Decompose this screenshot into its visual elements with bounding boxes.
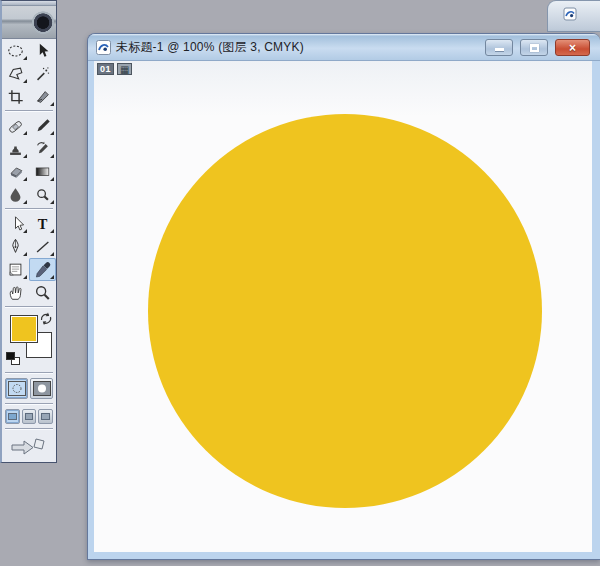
gradient-tool[interactable]: [29, 160, 56, 183]
photoshop-document-icon: [96, 40, 111, 55]
background-window-fragment[interactable]: [547, 0, 600, 32]
flyout-arrow-icon: [23, 275, 27, 279]
slice-tool[interactable]: [29, 85, 56, 108]
type-tool[interactable]: T: [29, 212, 56, 235]
jump-to-imageready-button[interactable]: [6, 435, 52, 457]
flyout-arrow-icon: [50, 102, 54, 106]
toolbox-palette: T: [0, 0, 57, 463]
dodge-tool[interactable]: [29, 183, 56, 206]
divider: [5, 428, 53, 430]
document-window: 未标题-1 @ 100% (图层 3, CMYK) × 01 ▦: [87, 33, 600, 560]
svg-text:T: T: [38, 215, 48, 231]
close-button[interactable]: ×: [555, 39, 590, 56]
screen-thumbnail-icon: [8, 413, 17, 420]
imageready-icon: [9, 436, 49, 456]
move-icon: [33, 42, 52, 60]
move-tool[interactable]: [29, 39, 56, 62]
minimize-icon: [495, 48, 504, 51]
flyout-arrow-icon: [50, 131, 54, 135]
mask-mode-row: [2, 376, 56, 401]
history-brush-tool[interactable]: [29, 137, 56, 160]
fullscreen-mode-button[interactable]: [38, 409, 53, 424]
flyout-arrow-icon: [23, 131, 27, 135]
photoshop-splash-art: [2, 6, 56, 39]
quick-mask-mode-button[interactable]: [30, 378, 53, 399]
eyedropper-tool[interactable]: [29, 258, 56, 281]
hand-icon: [6, 284, 25, 302]
screen-mode-row: [2, 407, 56, 426]
photoshop-document-icon: [563, 7, 577, 21]
healing-brush-tool[interactable]: [2, 114, 29, 137]
flyout-arrow-icon: [50, 229, 54, 233]
flyout-arrow-icon: [23, 79, 27, 83]
tool-group: [2, 39, 56, 108]
step-badge: 01: [97, 63, 114, 75]
maximize-icon: [530, 44, 539, 52]
document-titlebar[interactable]: 未标题-1 @ 100% (图层 3, CMYK) ×: [88, 34, 600, 61]
canvas[interactable]: 01 ▦: [94, 61, 592, 552]
divider: [5, 306, 53, 308]
default-colors-icon[interactable]: [5, 352, 21, 366]
document-title: 未标题-1 @ 100% (图层 3, CMYK): [116, 39, 304, 56]
minimize-button[interactable]: [485, 39, 513, 56]
default-foreground-swatch: [6, 352, 15, 360]
flyout-arrow-icon: [50, 177, 54, 181]
tool-group: T: [2, 212, 56, 304]
flyout-arrow-icon: [23, 154, 27, 158]
wand-icon: [33, 65, 52, 83]
swap-colors-icon[interactable]: [39, 312, 53, 326]
grid-badge-icon: ▦: [117, 63, 132, 75]
notes-tool[interactable]: [2, 258, 29, 281]
elliptical-marquee-tool[interactable]: [2, 39, 29, 62]
path-selection-tool[interactable]: [2, 212, 29, 235]
divider: [5, 110, 53, 112]
yellow-circle-layer[interactable]: [148, 114, 542, 508]
magic-wand-tool[interactable]: [29, 62, 56, 85]
line-shape-tool[interactable]: [29, 235, 56, 258]
tool-group: [2, 114, 56, 206]
pen-tool[interactable]: [2, 235, 29, 258]
standard-screen-mode-button[interactable]: [5, 409, 20, 424]
flyout-arrow-icon: [23, 200, 27, 204]
close-icon: ×: [569, 42, 576, 54]
flyout-arrow-icon: [23, 56, 27, 60]
color-selector: [2, 310, 56, 370]
flyout-arrow-icon: [50, 252, 54, 256]
flyout-arrow-icon: [50, 154, 54, 158]
crop-tool[interactable]: [2, 85, 29, 108]
foreground-color-swatch[interactable]: [10, 315, 38, 343]
divider: [5, 208, 53, 210]
screen-thumbnail-icon: [41, 413, 50, 420]
clone-stamp-tool[interactable]: [2, 137, 29, 160]
flyout-arrow-icon: [50, 275, 54, 279]
divider: [5, 372, 53, 374]
crop-icon: [6, 88, 25, 106]
blur-tool[interactable]: [2, 183, 29, 206]
brush-tool[interactable]: [29, 114, 56, 137]
fullscreen-with-menubar-mode-button[interactable]: [22, 409, 37, 424]
hand-tool[interactable]: [2, 281, 29, 304]
zoom-icon: [33, 284, 52, 302]
screen-thumbnail-icon: [25, 413, 34, 420]
flyout-arrow-icon: [23, 229, 27, 233]
flyout-arrow-icon: [23, 177, 27, 181]
tool-grid: T: [2, 39, 56, 304]
lasso-tool[interactable]: [2, 62, 29, 85]
divider: [5, 403, 53, 405]
jump-row: [2, 432, 56, 459]
zoom-tool[interactable]: [29, 281, 56, 304]
flyout-arrow-icon: [50, 200, 54, 204]
maximize-button[interactable]: [520, 39, 548, 56]
eraser-tool[interactable]: [2, 160, 29, 183]
window-controls: ×: [485, 39, 590, 56]
photoshop-workspace: 未标题-1 @ 100% (图层 3, CMYK) × 01 ▦ T: [0, 0, 600, 566]
flyout-arrow-icon: [23, 252, 27, 256]
standard-mode-button[interactable]: [5, 378, 28, 399]
